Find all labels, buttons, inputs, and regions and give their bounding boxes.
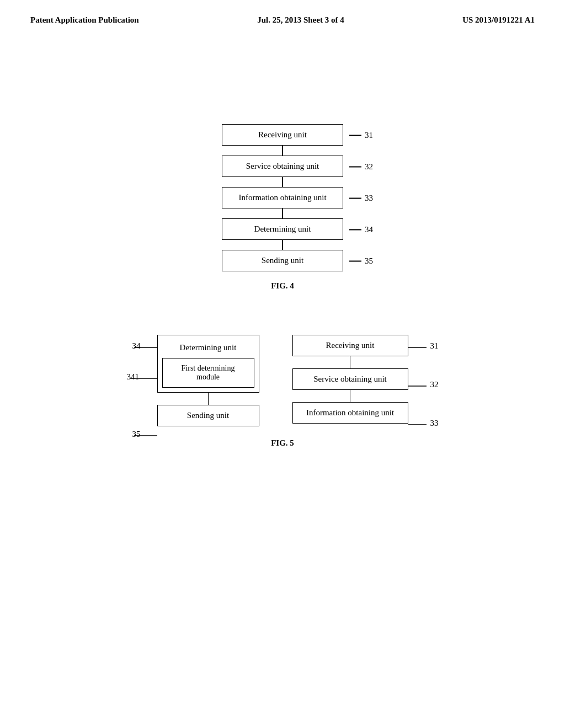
fig5-label-35: 35 bbox=[132, 430, 141, 439]
fig5-caption: FIG. 5 bbox=[271, 438, 294, 448]
fig5-arrow-341 bbox=[130, 378, 157, 379]
fig5-right-label-31: 31 bbox=[430, 341, 439, 351]
fig5-information-unit-box: Information obtaining unit bbox=[292, 402, 408, 424]
main-content: Receiving unit 31 Service obtaining unit… bbox=[0, 25, 565, 448]
fig4-determining-unit-box: Determining unit 34 bbox=[222, 218, 343, 240]
fig4-row-receiving: Receiving unit 31 bbox=[222, 124, 343, 146]
fig5-left-column: 34 341 35 Determining bbox=[157, 335, 259, 426]
fig5-service-unit-box: Service obtaining unit bbox=[292, 368, 408, 390]
fig5-right-arrow-32 bbox=[408, 386, 427, 387]
fig4-information-unit-box: Information obtaining unit 33 bbox=[222, 187, 343, 208]
fig5-right-column: 31 32 33 Receiving unit bbox=[292, 335, 408, 424]
fig5-information-unit-label: Information obtaining unit bbox=[306, 408, 394, 417]
fig5-arrow-35 bbox=[134, 435, 157, 436]
fig5-label-341: 341 bbox=[127, 372, 140, 382]
fig4-receiving-unit-label: Receiving unit bbox=[258, 130, 307, 139]
fig4-number-31: 31 bbox=[365, 130, 373, 140]
header-date-sheet: Jul. 25, 2013 Sheet 3 of 4 bbox=[257, 15, 344, 25]
header-patent-number: US 2013/0191221 A1 bbox=[462, 15, 535, 25]
fig5-right-arrow-31 bbox=[408, 347, 427, 348]
fig4-units: Receiving unit 31 Service obtaining unit… bbox=[222, 124, 343, 271]
fig5-label-34: 34 bbox=[132, 341, 141, 351]
fig5-left-connector bbox=[208, 393, 209, 405]
fig4-row-sending: Sending unit 35 bbox=[222, 250, 343, 271]
fig4-information-unit-label: Information obtaining unit bbox=[238, 193, 326, 202]
connector-2-3 bbox=[282, 177, 283, 187]
fig4-row-determining: Determining unit 34 bbox=[222, 218, 343, 240]
fig5-right-connector-1 bbox=[350, 356, 351, 368]
fig4-service-unit-label: Service obtaining unit bbox=[246, 162, 319, 170]
connector-3-4 bbox=[282, 208, 283, 218]
fig5-right-label-33: 33 bbox=[430, 419, 439, 428]
fig4-receiving-unit-box: Receiving unit 31 bbox=[222, 124, 343, 146]
connector-1-2 bbox=[282, 146, 283, 156]
fig5-sending-unit-box: Sending unit bbox=[157, 405, 259, 426]
fig5-first-determining-label: First determiningmodule bbox=[182, 364, 235, 381]
fig4-row-information: Information obtaining unit 33 bbox=[222, 187, 343, 208]
fig4-number-32: 32 bbox=[365, 162, 373, 171]
header-publication-type: Patent Application Publication bbox=[30, 15, 139, 25]
fig5-first-determining-inner-box: First determiningmodule bbox=[162, 358, 254, 388]
page-header: Patent Application Publication Jul. 25, … bbox=[0, 0, 565, 25]
fig4-caption: FIG. 4 bbox=[271, 281, 294, 291]
fig4-diagram: Receiving unit 31 Service obtaining unit… bbox=[222, 124, 343, 291]
fig5-determining-outer-box: Determining unit First determiningmodule bbox=[157, 335, 259, 393]
fig5-determining-outer-label: Determining unit bbox=[162, 340, 254, 356]
connector-4-5 bbox=[282, 240, 283, 250]
fig5-service-unit-label: Service obtaining unit bbox=[313, 374, 386, 383]
fig4-number-33: 33 bbox=[365, 193, 373, 202]
fig5-right-label-32: 32 bbox=[430, 380, 439, 389]
fig4-service-unit-box: Service obtaining unit 32 bbox=[222, 156, 343, 177]
fig4-row-service: Service obtaining unit 32 bbox=[222, 156, 343, 177]
fig5-right-connector-2 bbox=[350, 390, 351, 402]
fig5-right-arrow-33 bbox=[408, 424, 427, 425]
fig4-determining-unit-label: Determining unit bbox=[254, 224, 311, 233]
fig5-sending-unit-label: Sending unit bbox=[187, 411, 229, 420]
fig4-sending-unit-box: Sending unit 35 bbox=[222, 250, 343, 271]
fig4-number-35: 35 bbox=[365, 256, 373, 265]
fig5-inner: 34 341 35 Determining bbox=[157, 335, 408, 426]
fig5-receiving-unit-box: Receiving unit bbox=[292, 335, 408, 356]
fig5-receiving-unit-label: Receiving unit bbox=[326, 341, 375, 350]
fig5-diagram: 34 341 35 Determining bbox=[30, 335, 535, 448]
fig5-arrow-34 bbox=[134, 347, 157, 348]
fig4-number-34: 34 bbox=[365, 224, 373, 234]
fig4-sending-unit-label: Sending unit bbox=[262, 256, 303, 265]
